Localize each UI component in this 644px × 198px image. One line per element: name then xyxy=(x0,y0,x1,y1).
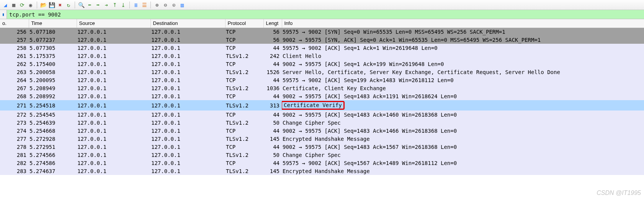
table-row[interactable]: 2785.272951127.0.0.1127.0.0.1TCP449002 →… xyxy=(0,143,644,151)
cell-destination: 127.0.0.1 xyxy=(150,135,225,143)
table-row[interactable]: 2635.200058127.0.0.1127.0.0.1TLSv1.21526… xyxy=(0,68,644,76)
table-row[interactable]: 2615.175375127.0.0.1127.0.0.1TLSv1.2242C… xyxy=(0,52,644,60)
table-row[interactable]: 2745.254668127.0.0.1127.0.0.1TCP449002 →… xyxy=(0,127,644,135)
cell-destination: 127.0.0.1 xyxy=(150,28,225,36)
col-header-time[interactable]: Time xyxy=(29,19,77,28)
table-row[interactable]: 2735.254639127.0.0.1127.0.0.1TLSv1.250Ch… xyxy=(0,119,644,127)
cell-no: 283 xyxy=(0,167,29,175)
cell-destination: 127.0.0.1 xyxy=(150,119,225,127)
table-row[interactable]: 2835.274637127.0.0.1127.0.0.1TLSv1.2145E… xyxy=(0,167,644,175)
options-icon[interactable]: ◉ xyxy=(27,1,34,9)
cell-length: 44 xyxy=(263,159,282,167)
cell-no: 267 xyxy=(0,84,29,92)
cell-time: 5.272928 xyxy=(29,135,77,143)
cell-time: 5.254668 xyxy=(29,127,77,135)
auto-scroll-icon[interactable]: ≣ xyxy=(132,1,140,9)
go-forward-icon: ➡ xyxy=(96,2,100,8)
close-file-icon: ✖ xyxy=(59,2,62,8)
cell-source: 127.0.0.1 xyxy=(77,52,150,60)
go-forward-icon[interactable]: ➡ xyxy=(94,1,102,9)
cell-info: 59575 → 9002 [ACK] Seq=1 Ack=1 Win=26196… xyxy=(282,44,644,52)
open-file-icon[interactable]: 📂 xyxy=(39,1,47,9)
table-row[interactable]: 2675.208949127.0.0.1127.0.0.1TLSv1.21036… xyxy=(0,84,644,92)
table-row[interactable]: 2815.274566127.0.0.1127.0.0.1TLSv1.250Ch… xyxy=(0,151,644,159)
stop-capture-icon[interactable]: ■ xyxy=(10,1,18,9)
filter-bookmark-button[interactable]: ▮ xyxy=(0,10,7,19)
last-packet-icon: ⤓ xyxy=(121,2,126,8)
cell-info: 9002 → 59575 [ACK] Seq=1483 Ack=1191 Win… xyxy=(282,92,644,100)
cell-length: 44 xyxy=(263,44,282,52)
cell-source: 127.0.0.1 xyxy=(77,167,150,175)
cell-no: 263 xyxy=(0,68,29,76)
cell-length: 1036 xyxy=(263,84,282,92)
find-packet-icon[interactable]: 🔍 xyxy=(77,1,85,9)
cell-source: 127.0.0.1 xyxy=(77,68,150,76)
table-row[interactable]: 2585.077305127.0.0.1127.0.0.1TCP4459575 … xyxy=(0,44,644,52)
cell-length: 1526 xyxy=(263,68,282,76)
cell-length: 44 xyxy=(263,143,282,151)
cell-info: 9002 → 59575 [ACK] Seq=1 Ack=199 Win=261… xyxy=(282,60,644,68)
zoom-in-icon: ⊕ xyxy=(155,2,159,8)
zoom-reset-icon[interactable]: ⊙ xyxy=(170,1,178,9)
save-file-icon[interactable]: 💾 xyxy=(48,1,56,9)
cell-protocol: TCP xyxy=(225,92,263,100)
table-row[interactable]: 2825.274586127.0.0.1127.0.0.1TCP4459575 … xyxy=(0,159,644,167)
table-row[interactable]: 2725.254545127.0.0.1127.0.0.1TCP449002 →… xyxy=(0,111,644,119)
cell-protocol: TCP xyxy=(225,28,263,36)
cell-info: Change Cipher Spec xyxy=(282,119,644,127)
table-row[interactable]: 2565.077180127.0.0.1127.0.0.1TCP5659575 … xyxy=(0,28,644,36)
options-icon: ◉ xyxy=(29,2,32,8)
table-row[interactable]: 2715.254518127.0.0.1127.0.0.1TLSv1.2313C… xyxy=(0,100,644,111)
cell-source: 127.0.0.1 xyxy=(77,119,150,127)
goto-packet-icon[interactable]: ➔ xyxy=(103,1,110,9)
col-header-no[interactable]: o. xyxy=(0,19,29,28)
col-header-source[interactable]: Source xyxy=(77,19,150,28)
colorize-icon[interactable]: ☰ xyxy=(141,1,148,9)
main-toolbar: ◢■⟳◉📂💾✖↻🔍⬅➡➔⤒⤓≣☰⊕⊖⊙▥ xyxy=(0,0,644,10)
start-capture-icon[interactable]: ◢ xyxy=(2,1,9,9)
last-packet-icon[interactable]: ⤓ xyxy=(119,1,127,9)
cell-info: 59575 → 9002 [ACK] Seq=199 Ack=1483 Win=… xyxy=(282,76,644,84)
cell-length: 44 xyxy=(263,92,282,100)
cell-time: 5.254545 xyxy=(29,111,77,119)
cell-protocol: TLSv1.2 xyxy=(225,135,263,143)
resize-columns-icon[interactable]: ▥ xyxy=(178,1,186,9)
display-filter-input[interactable] xyxy=(7,10,644,19)
col-header-info[interactable]: Info xyxy=(282,19,644,28)
col-header-destination[interactable]: Destination xyxy=(150,19,225,28)
cell-destination: 127.0.0.1 xyxy=(150,167,225,175)
table-row[interactable]: 2645.200095127.0.0.1127.0.0.1TCP4459575 … xyxy=(0,76,644,84)
find-packet-icon: 🔍 xyxy=(78,2,85,8)
col-header-length[interactable]: Lengt xyxy=(263,19,282,28)
cell-no: 272 xyxy=(0,111,29,119)
cell-protocol: TCP xyxy=(225,159,263,167)
cell-protocol: TLSv1.2 xyxy=(225,100,263,111)
table-row[interactable]: 2685.208992127.0.0.1127.0.0.1TCP449002 →… xyxy=(0,92,644,100)
table-row[interactable]: 2775.272928127.0.0.1127.0.0.1TLSv1.2145E… xyxy=(0,135,644,143)
cell-info: 9002 → 59575 [ACK] Seq=1483 Ack=1460 Win… xyxy=(282,111,644,119)
cell-length: 313 xyxy=(263,100,282,111)
cell-destination: 127.0.0.1 xyxy=(150,52,225,60)
zoom-in-icon[interactable]: ⊕ xyxy=(153,1,161,9)
cell-time: 5.274637 xyxy=(29,167,77,175)
cell-destination: 127.0.0.1 xyxy=(150,111,225,119)
zoom-out-icon: ⊖ xyxy=(164,2,167,8)
restart-capture-icon[interactable]: ⟳ xyxy=(18,1,26,9)
go-back-icon[interactable]: ⬅ xyxy=(86,1,93,9)
col-header-protocol[interactable]: Protocol xyxy=(225,19,263,28)
cell-destination: 127.0.0.1 xyxy=(150,76,225,84)
cell-length: 44 xyxy=(263,111,282,119)
packet-list-pane[interactable]: o. Time Source Destination Protocol Leng… xyxy=(0,19,644,198)
cell-destination: 127.0.0.1 xyxy=(150,143,225,151)
table-row[interactable]: 2625.175400127.0.0.1127.0.0.1TCP449002 →… xyxy=(0,60,644,68)
table-row[interactable]: 2575.077237127.0.0.1127.0.0.1TCP569002 →… xyxy=(0,36,644,44)
cell-info: Server Hello, Certificate, Server Key Ex… xyxy=(282,68,644,76)
close-file-icon[interactable]: ✖ xyxy=(56,1,64,9)
cell-no: 282 xyxy=(0,159,29,167)
cell-no: 278 xyxy=(0,143,29,151)
first-packet-icon[interactable]: ⤒ xyxy=(111,1,119,9)
toolbar-separator xyxy=(129,2,130,8)
zoom-out-icon[interactable]: ⊖ xyxy=(162,1,169,9)
cell-destination: 127.0.0.1 xyxy=(150,127,225,135)
reload-icon[interactable]: ↻ xyxy=(65,1,72,9)
